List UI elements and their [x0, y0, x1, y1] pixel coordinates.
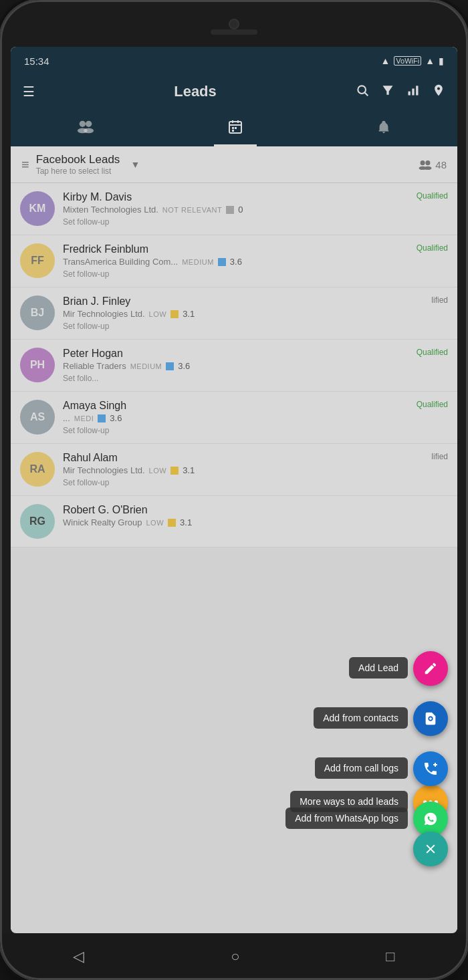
- lead-tag: MEDI: [74, 414, 94, 422]
- lead-item[interactable]: FF Fredrick Feinblum Qualified TransAmer…: [11, 235, 457, 287]
- lead-score: 3.1: [180, 517, 192, 527]
- app-header: ☰ Leads: [11, 75, 457, 108]
- svg-rect-5: [416, 86, 418, 95]
- score-indicator: [226, 206, 234, 214]
- tab-calendar[interactable]: [214, 114, 257, 146]
- lead-followup[interactable]: Set follow-up: [63, 478, 448, 487]
- phone-frame: 15:34 ▲ VoWiFi ▲ ▮ ☰ Leads: [0, 0, 468, 980]
- lead-item[interactable]: AS Amaya Singh Qualified ... MEDI 3.6 Se…: [11, 392, 457, 444]
- svg-point-6: [80, 121, 86, 127]
- lead-tag: MEDIUM: [182, 258, 214, 266]
- lead-item[interactable]: KM Kirby M. Davis Qualified Mixten Techn…: [11, 183, 457, 235]
- lead-info: Kirby M. Davis Qualified Mixten Technolo…: [63, 191, 448, 227]
- lead-info: Brian J. Finley lified Mir Technologies …: [63, 295, 448, 331]
- list-count: 48: [418, 159, 447, 170]
- list-selector[interactable]: ≡ Facebook Leads Tap here to select list…: [11, 146, 457, 183]
- svg-line-1: [365, 92, 368, 96]
- lead-item[interactable]: RA Rahul Alam lified Mir Technologies Lt…: [11, 444, 457, 496]
- avatar: BJ: [20, 295, 55, 330]
- tab-leads[interactable]: [64, 114, 108, 146]
- count-number: 48: [435, 159, 447, 170]
- home-button[interactable]: ○: [231, 948, 239, 965]
- battery-icon: ▮: [439, 55, 444, 66]
- lead-followup[interactable]: Set follow-up: [63, 217, 448, 227]
- svg-rect-4: [412, 88, 414, 95]
- svg-rect-15: [235, 127, 237, 129]
- tab-notifications[interactable]: [363, 114, 404, 146]
- lead-company: Mir Technologies Ltd.: [63, 309, 145, 319]
- lead-score: 3.1: [183, 465, 195, 475]
- leads-tab-icon: [77, 119, 94, 138]
- lead-info: Robert G. O'Brien Winick Realty Group LO…: [63, 504, 448, 527]
- svg-point-7: [86, 121, 92, 127]
- avatar: RG: [20, 504, 55, 539]
- speaker: [211, 29, 257, 35]
- lead-item[interactable]: BJ Brian J. Finley lified Mir Technologi…: [11, 287, 457, 340]
- fab-main-button[interactable]: [413, 832, 448, 866]
- lead-item[interactable]: PH Peter Hogan Qualified Reliable Trader…: [11, 340, 457, 392]
- bottom-navigation: ◁ ○ □: [0, 933, 468, 980]
- back-button[interactable]: ◁: [73, 948, 84, 965]
- avatar: AS: [20, 400, 55, 435]
- list-selector-info: Facebook Leads Tap here to select list: [36, 153, 120, 176]
- add-from-call-logs-button[interactable]: [413, 751, 448, 786]
- location-icon[interactable]: [432, 84, 445, 100]
- svg-point-18: [426, 160, 431, 165]
- lead-score: 3.6: [110, 413, 122, 423]
- lead-status: lified: [431, 452, 448, 461]
- search-icon[interactable]: [356, 84, 369, 100]
- dropdown-arrow-icon: ▼: [130, 159, 140, 170]
- recent-apps-button[interactable]: □: [386, 948, 394, 965]
- add-lead-button[interactable]: [413, 651, 448, 686]
- svg-point-0: [358, 86, 366, 94]
- lead-followup[interactable]: Set follow-up: [63, 269, 448, 279]
- wifi-icon: ▲: [380, 55, 390, 66]
- lead-name: Brian J. Finley: [63, 295, 130, 308]
- lead-followup[interactable]: Set follo...: [63, 374, 448, 383]
- vowifi-icon: VoWiFi: [394, 56, 421, 66]
- lead-score: 3.1: [183, 309, 195, 319]
- lead-tag: LOW: [149, 467, 167, 475]
- lead-list: KM Kirby M. Davis Qualified Mixten Techn…: [11, 183, 457, 929]
- signal-icon: ▲: [425, 55, 435, 66]
- lead-name: Kirby M. Davis: [63, 191, 132, 203]
- lead-company: Mir Technologies Ltd.: [63, 465, 145, 475]
- lead-company: TransAmerica Building Com...: [63, 257, 178, 267]
- lead-status: Qualified: [417, 348, 448, 357]
- time-display: 15:34: [24, 55, 49, 67]
- avatar: RA: [20, 452, 55, 487]
- svg-point-20: [425, 166, 432, 170]
- list-selector-icon: ≡: [21, 157, 29, 172]
- lead-tag: LOW: [146, 519, 164, 527]
- lead-name: Fredrick Feinblum: [63, 243, 148, 255]
- menu-icon[interactable]: ☰: [23, 84, 35, 100]
- lead-company: Mixten Technologies Ltd.: [63, 205, 158, 215]
- avatar: FF: [20, 243, 55, 278]
- volume-button[interactable]: [0, 147, 1, 187]
- svg-rect-16: [232, 130, 234, 132]
- calendar-tab-icon: [227, 119, 243, 139]
- chart-icon[interactable]: [406, 84, 420, 100]
- lead-item[interactable]: RG Robert G. O'Brien Winick Realty Group…: [11, 496, 457, 547]
- lead-name: Peter Hogan: [63, 348, 123, 360]
- lead-info: Rahul Alam lified Mir Technologies Ltd. …: [63, 452, 448, 487]
- lead-followup[interactable]: Set follow-up: [63, 426, 448, 435]
- svg-rect-14: [232, 127, 234, 129]
- status-icons: ▲ VoWiFi ▲ ▮: [380, 55, 444, 66]
- lead-score: 3.6: [178, 361, 190, 371]
- lead-company: ...: [63, 413, 70, 423]
- list-sub: Tap here to select list: [36, 166, 120, 176]
- svg-marker-2: [383, 86, 393, 94]
- score-indicator: [170, 310, 179, 318]
- header-actions: [356, 84, 445, 100]
- lead-tag: LOW: [149, 310, 167, 318]
- svg-rect-3: [408, 91, 411, 95]
- score-indicator: [98, 414, 106, 422]
- add-from-contacts-button[interactable]: [413, 701, 448, 736]
- lead-followup[interactable]: Set follow-up: [63, 322, 448, 331]
- tab-bar: [11, 108, 457, 146]
- filter-icon[interactable]: [381, 84, 394, 100]
- score-indicator: [218, 258, 226, 266]
- lead-tag: NOT RELEVANT: [162, 206, 222, 214]
- lead-tag: MEDIUM: [130, 362, 162, 370]
